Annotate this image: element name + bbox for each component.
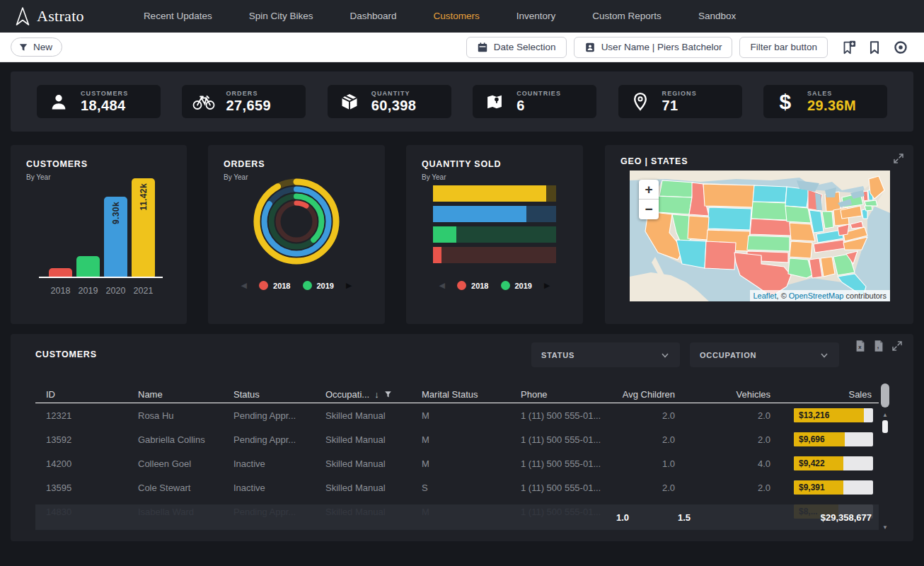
- table-row[interactable]: 13592 Gabriella Collins Pending Appr... …: [35, 427, 879, 451]
- scrollbar-thumb-outer[interactable]: [881, 383, 889, 408]
- col-header-name[interactable]: Name: [127, 389, 223, 400]
- eye-icon[interactable]: [893, 40, 908, 55]
- kpi-quantity[interactable]: QUANTITY 60,398: [328, 85, 451, 118]
- top-nav: Astrato Recent Updates Spin City Bikes D…: [0, 0, 924, 33]
- x-tick: 2020: [104, 286, 127, 296]
- table-row[interactable]: 13595 Cole Stewart Inactive Skilled Manu…: [35, 475, 879, 499]
- nav-item-sandbox[interactable]: Sandbox: [680, 0, 754, 33]
- scroll-up-icon[interactable]: ▲: [882, 412, 888, 418]
- map-icon: [485, 92, 504, 112]
- kpi-customers[interactable]: CUSTOMERS 18,484: [37, 85, 161, 118]
- choropleth-map: [630, 171, 890, 301]
- col-header-occupation[interactable]: Occupati... ↓: [315, 389, 411, 400]
- astrato-dashboard: Astrato Recent Updates Spin City Bikes D…: [0, 0, 924, 566]
- table-row[interactable]: 14200 Colleen Goel Inactive Skilled Manu…: [35, 451, 879, 475]
- map-zoom-control: + −: [639, 180, 659, 219]
- bar-chart-plot: 9.30k11.42k: [42, 178, 163, 277]
- package-icon: [340, 92, 359, 112]
- nav-item-inventory[interactable]: Inventory: [498, 0, 574, 33]
- date-selection-button[interactable]: Date Selection: [466, 37, 567, 58]
- orders-by-year-chart-panel: ORDERS By Year ◀ 2018 2019 ▶: [208, 145, 385, 324]
- nav-item-custom-reports[interactable]: Custom Reports: [574, 0, 680, 33]
- new-filter-button[interactable]: New: [11, 37, 62, 57]
- legend-prev-arrow-icon[interactable]: ◀: [439, 282, 445, 289]
- kpi-label: REGIONS: [662, 90, 697, 97]
- table-header-row: ID Name Status Occupati... ↓ Marital Sta…: [35, 386, 879, 403]
- customers-table-panel: CUSTOMERS STATUS OCCUPATION x ,: [11, 334, 913, 541]
- expand-icon[interactable]: [891, 340, 903, 352]
- legend-item-2019[interactable]: 2019: [303, 281, 334, 290]
- scroll-down-icon[interactable]: ▼: [882, 524, 888, 531]
- col-header-sales[interactable]: Sales: [773, 389, 879, 400]
- bar-2019[interactable]: [76, 256, 100, 277]
- legend-next-arrow-icon[interactable]: ▶: [544, 282, 550, 289]
- export-csv-icon[interactable]: ,: [872, 340, 885, 352]
- table-totals-row: 1.0 1.5 $29,358,677: [35, 504, 879, 530]
- hbar-2021[interactable]: [433, 185, 556, 202]
- bookmark-icon[interactable]: [867, 40, 882, 55]
- new-button-label: New: [33, 42, 52, 52]
- scrollbar-thumb[interactable]: [882, 420, 888, 433]
- legend-label: 2019: [515, 282, 532, 290]
- osm-link[interactable]: OpenStreetMap: [789, 291, 844, 300]
- chart-subtitle: By Year: [422, 173, 583, 181]
- kpi-sales[interactable]: $ SALES 29.36M: [763, 85, 887, 118]
- nav-item-spin-city-bikes[interactable]: Spin City Bikes: [231, 0, 332, 33]
- table-row[interactable]: 12321 Rosa Hu Pending Appr... Skilled Ma…: [35, 403, 879, 427]
- kpi-value: 27,659: [226, 98, 271, 114]
- x-axis-ticks: 2018201920202021: [42, 286, 163, 296]
- bar-2020[interactable]: 9.30k: [104, 197, 127, 277]
- legend-label: 2018: [471, 282, 488, 290]
- col-header-id[interactable]: ID: [35, 389, 127, 400]
- kpi-countries[interactable]: COUNTRIES 6: [473, 85, 596, 118]
- legend-next-arrow-icon[interactable]: ▶: [346, 282, 352, 289]
- bookmark-add-icon[interactable]: [841, 40, 856, 55]
- sales-bar: $13,216: [794, 408, 873, 422]
- kpi-label: QUANTITY: [371, 90, 417, 97]
- zoom-out-button[interactable]: −: [639, 200, 659, 219]
- nav-item-dashboard[interactable]: Dashboard: [331, 0, 415, 33]
- hbar-2019[interactable]: [433, 226, 556, 243]
- expand-icon[interactable]: [892, 152, 905, 165]
- col-header-phone[interactable]: Phone: [510, 389, 616, 400]
- col-header-avg-children[interactable]: Avg Children: [616, 389, 678, 400]
- legend-item-2018[interactable]: 2018: [259, 281, 290, 290]
- kpi-orders[interactable]: ORDERS 27,659: [182, 85, 306, 118]
- dollar-icon: $: [780, 91, 792, 112]
- person-icon: [49, 92, 69, 112]
- user-name-button[interactable]: User Name | Piers Batchelor: [574, 37, 733, 58]
- occupation-filter-dropdown[interactable]: OCCUPATION: [690, 342, 839, 367]
- col-header-vehicles[interactable]: Vehicles: [678, 389, 773, 400]
- status-filter-dropdown[interactable]: STATUS: [531, 342, 680, 367]
- astrato-logo-icon: [14, 6, 31, 26]
- bar-2021[interactable]: 11.42k: [132, 178, 155, 277]
- bicycle-icon: [192, 93, 216, 111]
- filter-toolbar: New Date Selection User Name | Piers Bat: [0, 33, 924, 62]
- hbar-2020[interactable]: [433, 206, 556, 222]
- export-excel-icon[interactable]: x: [854, 340, 867, 352]
- legend-item-2019[interactable]: 2019: [501, 281, 532, 290]
- filter-bar-button[interactable]: Filter bar button: [739, 37, 828, 58]
- leaflet-link[interactable]: Leaflet: [753, 291, 777, 300]
- col-header-marital-status[interactable]: Marital Status: [411, 389, 510, 400]
- legend-prev-arrow-icon[interactable]: ◀: [241, 282, 247, 289]
- sort-desc-icon[interactable]: ↓: [374, 389, 379, 400]
- zoom-in-button[interactable]: +: [639, 180, 659, 200]
- funnel-icon: [18, 42, 28, 52]
- astrato-logo[interactable]: Astrato: [14, 6, 84, 26]
- kpi-regions[interactable]: REGIONS 71: [618, 85, 742, 118]
- nav-item-customers[interactable]: Customers: [415, 0, 498, 33]
- geo-title: GEO | STATES: [620, 156, 913, 166]
- filter-icon[interactable]: [384, 391, 392, 398]
- radial-rings-chart[interactable]: [208, 171, 385, 273]
- kpi-value: 29.36M: [807, 98, 856, 114]
- hbar-chart-plot: [433, 185, 556, 267]
- us-states-map[interactable]: + − Leaflet, © OpenStreetMap contributor…: [630, 171, 890, 301]
- col-header-status[interactable]: Status: [223, 389, 315, 400]
- nav-item-recent-updates[interactable]: Recent Updates: [125, 0, 231, 33]
- attr-text: , ©: [777, 291, 789, 300]
- legend-dot-red: [457, 281, 466, 290]
- hbar-2018[interactable]: [433, 247, 556, 263]
- legend-item-2018[interactable]: 2018: [457, 281, 488, 290]
- pin-icon: [631, 91, 649, 112]
